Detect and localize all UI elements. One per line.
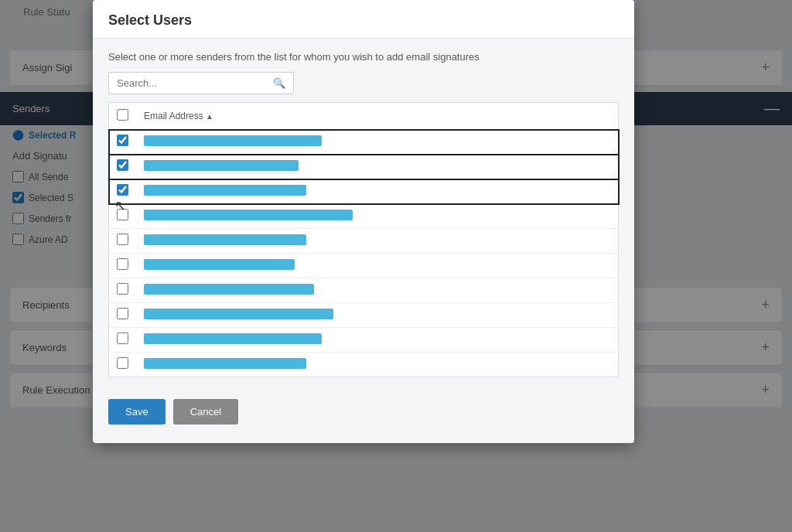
cancel-button[interactable]: Cancel	[173, 399, 238, 425]
user-bar	[144, 358, 306, 369]
row-checkbox-cell	[109, 254, 137, 278]
user-bar	[144, 210, 353, 220]
table-row	[109, 353, 619, 377]
select-all-checkbox[interactable]	[117, 109, 128, 121]
row-email-cell	[136, 204, 619, 229]
user-bar	[144, 309, 333, 319]
row-email-cell	[136, 179, 619, 204]
modal-subtitle: Select one or more senders from the list…	[108, 51, 619, 63]
search-input[interactable]	[117, 77, 273, 89]
header-checkbox-cell	[109, 103, 137, 130]
row-checkbox-cell	[109, 353, 137, 377]
row-email-cell	[136, 303, 619, 328]
row-checkbox[interactable]	[117, 357, 128, 369]
user-bar	[144, 185, 306, 196]
user-bar	[144, 259, 295, 270]
table-row	[109, 278, 619, 303]
table-row	[109, 254, 619, 278]
table-row	[109, 130, 619, 155]
row-checkbox[interactable]	[117, 234, 128, 245]
user-bar	[144, 333, 322, 344]
select-users-modal: Select Users Select one or more senders …	[93, 0, 634, 443]
save-button[interactable]: Save	[108, 399, 166, 425]
modal-title: Select Users	[108, 12, 192, 28]
table-row	[109, 229, 619, 254]
email-column-label: Email Address	[144, 111, 203, 121]
modal-overlay: Select Users Select one or more senders …	[0, 0, 792, 532]
table-row	[109, 328, 619, 353]
user-table-body	[109, 130, 619, 377]
row-checkbox[interactable]	[117, 159, 128, 171]
row-checkbox[interactable]	[117, 283, 128, 295]
row-email-cell	[136, 254, 619, 278]
table-row	[109, 204, 619, 229]
email-column-header: Email Address ▲	[136, 103, 619, 130]
table-row	[109, 303, 619, 328]
row-email-cell	[136, 229, 619, 254]
row-email-cell	[136, 130, 619, 155]
row-checkbox[interactable]	[117, 258, 128, 270]
row-checkbox-cell	[109, 130, 137, 155]
row-checkbox-cell	[109, 328, 137, 353]
row-checkbox-cell	[109, 155, 137, 179]
row-checkbox[interactable]	[117, 184, 128, 196]
user-bar	[144, 135, 322, 146]
row-checkbox[interactable]	[117, 209, 128, 220]
search-icon: 🔍	[273, 77, 285, 89]
user-bar	[144, 284, 314, 295]
user-bar	[144, 160, 299, 171]
row-checkbox-cell	[109, 278, 137, 303]
sort-arrow-icon[interactable]: ▲	[206, 112, 213, 121]
table-row	[109, 155, 619, 179]
row-checkbox[interactable]	[117, 135, 128, 146]
row-checkbox[interactable]	[117, 332, 128, 344]
row-checkbox[interactable]	[117, 308, 128, 319]
modal-footer: Save Cancel	[93, 390, 634, 425]
row-email-cell	[136, 353, 619, 377]
table-row	[109, 179, 619, 204]
row-email-cell	[136, 155, 619, 179]
user-table: Email Address ▲	[108, 102, 619, 377]
user-bar	[144, 234, 306, 245]
row-checkbox-cell	[109, 303, 137, 328]
modal-header: Select Users	[93, 0, 634, 39]
search-box: 🔍	[108, 72, 294, 94]
row-email-cell	[136, 278, 619, 303]
row-checkbox-cell	[109, 229, 137, 254]
row-checkbox-cell	[109, 179, 137, 204]
row-checkbox-cell	[109, 204, 137, 229]
row-email-cell	[136, 328, 619, 353]
modal-body: Select one or more senders from the list…	[93, 39, 634, 390]
